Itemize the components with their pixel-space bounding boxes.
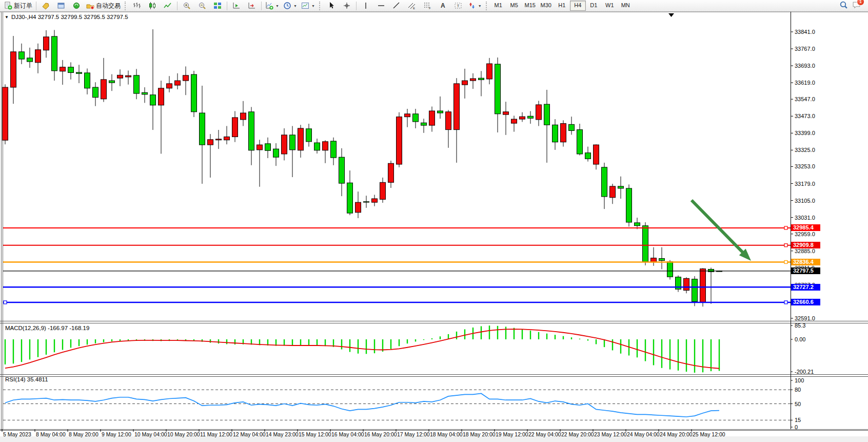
horizontal-line-button[interactable]	[373, 0, 389, 11]
timeframe-button-w1[interactable]: W1	[602, 1, 618, 11]
tile-windows-button[interactable]	[210, 0, 225, 11]
timeframe-button-m5[interactable]: M5	[506, 1, 522, 11]
toolbar-separator	[261, 2, 262, 10]
date-tick-label: 8 May 20:00	[69, 431, 98, 437]
templates-button[interactable]: ▼	[299, 0, 317, 11]
price-tick-label: 32591.0	[795, 315, 815, 321]
trendline-button[interactable]	[389, 0, 404, 11]
date-tick-label: 11 May 12:00	[200, 431, 232, 437]
timeframe-button-d1[interactable]: D1	[586, 1, 602, 11]
indicators-button[interactable]: ▼	[263, 0, 281, 11]
auto-scroll-button[interactable]	[229, 0, 244, 11]
arrows-button[interactable]: ▼	[466, 0, 484, 11]
price-badge-32660.6: 32660.6	[791, 299, 820, 305]
zoom-out-icon	[198, 2, 206, 10]
text-label-icon: T	[454, 2, 462, 10]
timeframe-button-mn[interactable]: MN	[618, 1, 634, 11]
auto-trading-button[interactable]: 自动交易	[84, 0, 123, 11]
timeframe-button-m15[interactable]: M15	[522, 1, 538, 11]
candle	[626, 184, 632, 226]
crosshair-button[interactable]	[339, 0, 354, 11]
date-tick-label: 16 May 20:00	[364, 431, 397, 437]
hline-handle[interactable]	[784, 226, 787, 229]
candlestick-icon	[148, 2, 156, 10]
bar-chart-icon	[133, 2, 141, 10]
toolbar-grip[interactable]	[125, 2, 127, 10]
timeframe-button-h1[interactable]: H1	[554, 1, 570, 11]
templates-icon	[301, 2, 309, 10]
text-label-button[interactable]: T	[450, 0, 466, 11]
candle	[643, 222, 648, 265]
hline-handle[interactable]	[784, 260, 787, 263]
hline-handle[interactable]	[784, 301, 787, 304]
date-tick-label: 22 May 04:00	[528, 431, 561, 437]
timeframe-button-m30[interactable]: M30	[538, 1, 554, 11]
bar-chart-button[interactable]	[129, 0, 145, 11]
channel-icon: E	[408, 2, 416, 10]
arrows-icon	[468, 2, 476, 10]
date-tick-label: 10 May 04:00	[134, 431, 167, 437]
market-watch-button[interactable]	[38, 0, 53, 11]
zoom-out-button[interactable]	[194, 0, 210, 11]
chevron-down-icon[interactable]: ▼	[311, 4, 315, 8]
fibonacci-button[interactable]: F	[420, 0, 435, 11]
line-chart-icon	[164, 2, 172, 10]
date-tick-label: 24 May 04:00	[627, 431, 660, 437]
date-tick-label: 9 May 12:00	[102, 431, 131, 437]
chart-title-text: DJ30-,H4 32797.5 32799.5 32795.5 32797.5	[11, 14, 128, 20]
chart-collapse-icon[interactable]: ▼	[5, 15, 9, 20]
chart-shift-button[interactable]	[244, 0, 260, 11]
toolbar-separator	[177, 2, 177, 10]
new-order-icon	[4, 2, 12, 10]
hline-handle[interactable]	[784, 244, 787, 247]
toolbar-separator	[356, 2, 357, 10]
new-order-button[interactable]: 新订单	[2, 0, 34, 11]
price-badge-32909.8: 32909.8	[791, 242, 820, 248]
search-button[interactable]	[839, 1, 848, 11]
chart-canvas[interactable]: 33841.033767.033693.033619.033547.033473…	[0, 0, 868, 442]
vertical-line-button[interactable]	[358, 0, 373, 11]
notifications-button[interactable]: 1	[852, 1, 861, 11]
price-tick-label: 33547.0	[795, 96, 815, 102]
tile-windows-icon	[213, 2, 222, 10]
chart-symbol-title: ▼ DJ30-,H4 32797.5 32799.5 32795.5 32797…	[5, 14, 128, 20]
periods-button[interactable]: ▼	[281, 0, 299, 11]
candle	[191, 71, 197, 117]
candlestick-button[interactable]	[145, 0, 160, 11]
price-tick-label: 33325.0	[795, 147, 815, 153]
rsi-tick-label: 0	[795, 424, 798, 430]
rsi-tick-label: 80	[795, 387, 801, 393]
timeframe-button-h4[interactable]: H4	[570, 1, 586, 11]
periods-icon	[283, 2, 291, 10]
chevron-down-icon[interactable]: ▼	[478, 4, 482, 8]
candle	[397, 112, 402, 167]
macd-tick-label: 0.00	[795, 336, 805, 342]
chevron-down-icon[interactable]: ▼	[293, 4, 297, 8]
text-button[interactable]: A	[435, 0, 450, 11]
hline-handle[interactable]	[4, 301, 7, 304]
price-tick-label: 33841.0	[795, 29, 815, 35]
trendline-icon	[392, 2, 401, 10]
new-order-button-label: 新订单	[14, 2, 32, 10]
svg-text:T: T	[457, 4, 459, 8]
text-icon: A	[439, 2, 447, 10]
date-tick-label: 18 May 04:00	[430, 431, 463, 437]
date-tick-label: 8 May 04:00	[36, 431, 66, 437]
zoom-in-button[interactable]	[179, 0, 194, 11]
auto-trading-button-label: 自动交易	[96, 2, 121, 10]
chevron-down-icon[interactable]: ▼	[275, 4, 279, 8]
date-tick-label: 10 May 20:00	[167, 431, 200, 437]
date-tick-label: 22 May 20:00	[561, 431, 594, 437]
rsi-indicator-label: RSI(14) 35.4811	[5, 376, 48, 382]
candle	[667, 260, 673, 280]
channel-button[interactable]: E	[404, 0, 420, 11]
price-tick-label: 33105.0	[795, 198, 815, 204]
data-window-button[interactable]	[53, 0, 69, 11]
timeframe-button-m1[interactable]: M1	[490, 1, 506, 11]
navigator-button[interactable]	[69, 0, 84, 11]
price-tick-label: 33619.0	[795, 80, 815, 86]
toolbar-grip[interactable]	[319, 2, 322, 10]
line-chart-button[interactable]	[160, 0, 175, 11]
toolbar-grip[interactable]	[486, 2, 488, 10]
cursor-button[interactable]	[324, 0, 339, 11]
